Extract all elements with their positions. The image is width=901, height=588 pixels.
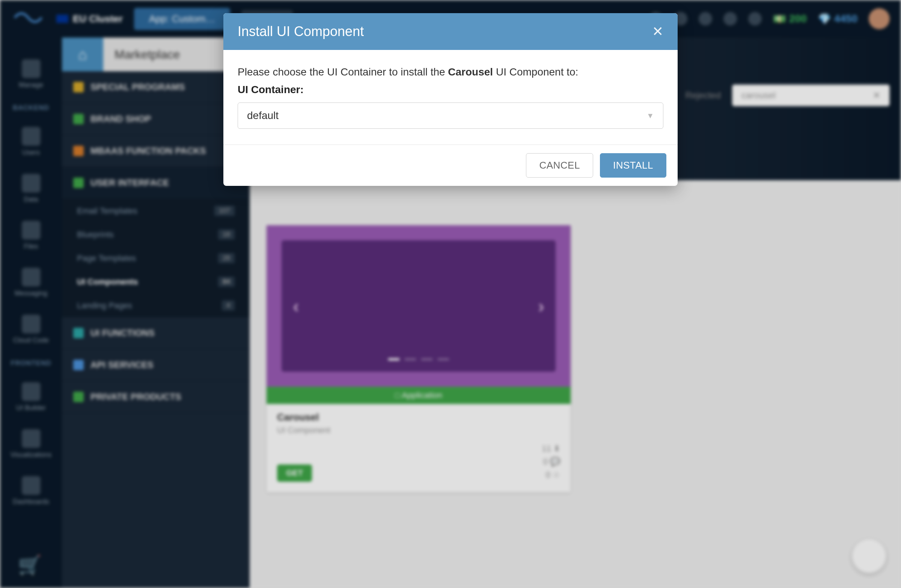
dropdown-value: default	[247, 110, 279, 122]
modal-overlay: Install UI Component ✕ Please choose the…	[0, 0, 901, 588]
container-label: UI Container:	[238, 84, 663, 96]
install-modal: Install UI Component ✕ Please choose the…	[223, 13, 678, 186]
install-button[interactable]: INSTALL	[600, 153, 666, 178]
modal-body: Please choose the UI Container to instal…	[223, 50, 678, 145]
cancel-button[interactable]: CANCEL	[526, 153, 593, 178]
modal-footer: CANCEL INSTALL	[223, 145, 678, 186]
chevron-down-icon: ▼	[647, 112, 654, 120]
container-dropdown[interactable]: default ▼	[238, 103, 663, 129]
modal-prompt: Please choose the UI Container to instal…	[238, 64, 663, 80]
modal-header: Install UI Component ✕	[223, 13, 678, 50]
modal-title: Install UI Component	[238, 23, 364, 39]
close-icon[interactable]: ✕	[652, 23, 663, 39]
